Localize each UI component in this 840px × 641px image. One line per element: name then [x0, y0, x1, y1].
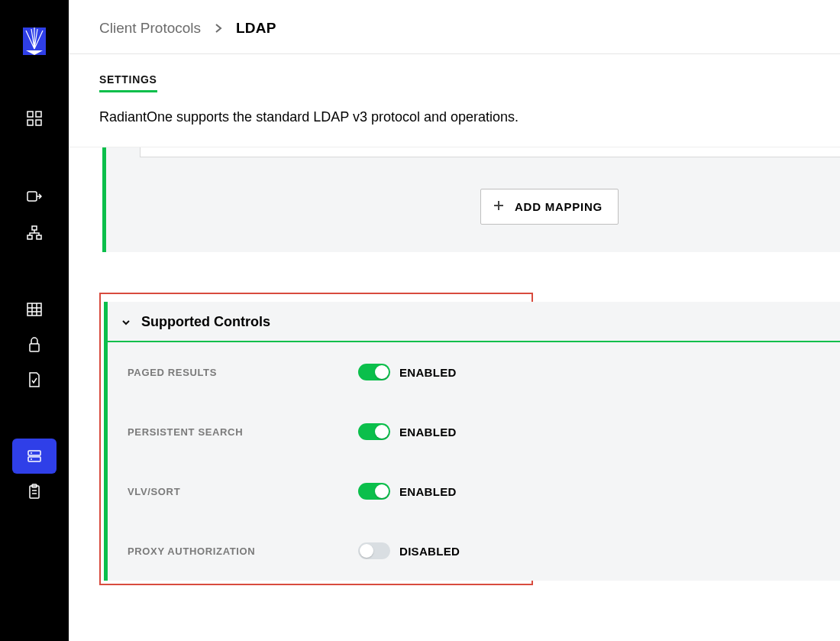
- tab-settings[interactable]: SETTINGS: [99, 73, 157, 92]
- chevron-down-icon: [121, 316, 131, 329]
- nav-mapping[interactable]: [12, 180, 57, 215]
- add-mapping-label: ADD MAPPING: [515, 200, 603, 213]
- page-description: RadiantOne supports the standard LDAP v3…: [69, 99, 840, 147]
- svg-rect-10: [30, 344, 39, 351]
- control-row-vlv-sort: VLV/SORT ENABLED: [108, 461, 840, 521]
- nav-dashboard[interactable]: [12, 101, 57, 136]
- control-label: PAGED RESULTS: [128, 367, 358, 378]
- add-mapping-button[interactable]: ADD MAPPING: [480, 189, 619, 225]
- svg-rect-5: [27, 192, 37, 201]
- svg-rect-4: [36, 120, 41, 125]
- toggle-status: ENABLED: [399, 426, 457, 439]
- breadcrumb-parent[interactable]: Client Protocols: [99, 20, 201, 37]
- control-label: VLV/SORT: [128, 486, 358, 497]
- svg-rect-1: [27, 112, 33, 117]
- svg-point-14: [31, 458, 32, 460]
- breadcrumb: Client Protocols LDAP: [69, 0, 840, 54]
- app-logo: [23, 28, 46, 55]
- toggle-vlv-sort[interactable]: [358, 483, 390, 500]
- supported-controls-panel: Supported Controls PAGED RESULTS ENABLED…: [104, 302, 840, 581]
- control-row-paged-results: PAGED RESULTS ENABLED: [108, 342, 840, 402]
- svg-rect-6: [32, 226, 37, 230]
- nav-server-active[interactable]: [12, 439, 57, 474]
- toggle-status: ENABLED: [399, 485, 457, 498]
- breadcrumb-current: LDAP: [236, 20, 276, 37]
- control-label: PROXY AUTHORIZATION: [128, 545, 358, 557]
- svg-rect-3: [27, 120, 33, 125]
- mapping-panel-partial: ADD MAPPING: [102, 147, 840, 252]
- panel-inner-border: [140, 147, 840, 157]
- svg-rect-7: [27, 235, 32, 239]
- control-row-proxy-authorization: PROXY AUTHORIZATION DISABLED: [108, 521, 840, 581]
- svg-rect-11: [28, 451, 40, 455]
- toggle-paged-results[interactable]: [358, 364, 390, 380]
- sidebar-nav: [0, 0, 69, 641]
- toggle-persistent-search[interactable]: [358, 423, 390, 440]
- toggle-proxy-authorization[interactable]: [358, 542, 390, 559]
- nav-clipboard[interactable]: [12, 474, 57, 509]
- panel-title: Supported Controls: [141, 314, 270, 330]
- nav-table[interactable]: [12, 292, 57, 327]
- toggle-status: ENABLED: [399, 366, 457, 379]
- panel-header[interactable]: Supported Controls: [108, 302, 840, 342]
- tabs-bar: SETTINGS: [69, 54, 840, 99]
- control-label: PERSISTENT SEARCH: [128, 426, 358, 438]
- nav-document-check[interactable]: [12, 362, 57, 397]
- toggle-status: DISABLED: [399, 545, 460, 558]
- nav-hierarchy[interactable]: [12, 215, 57, 251]
- highlight-annotation: Supported Controls PAGED RESULTS ENABLED…: [99, 293, 533, 585]
- svg-rect-2: [36, 112, 41, 117]
- svg-point-13: [31, 452, 32, 454]
- plus-icon: [493, 200, 504, 213]
- content-area: ADD MAPPING Supported Controls PAGED RES…: [69, 147, 840, 641]
- svg-rect-12: [28, 457, 40, 461]
- nav-security[interactable]: [12, 327, 57, 362]
- chevron-right-icon: [215, 23, 222, 34]
- main-content: Client Protocols LDAP SETTINGS RadiantOn…: [69, 0, 840, 641]
- svg-rect-9: [27, 303, 41, 316]
- control-row-persistent-search: PERSISTENT SEARCH ENABLED: [108, 402, 840, 461]
- svg-rect-8: [37, 235, 41, 239]
